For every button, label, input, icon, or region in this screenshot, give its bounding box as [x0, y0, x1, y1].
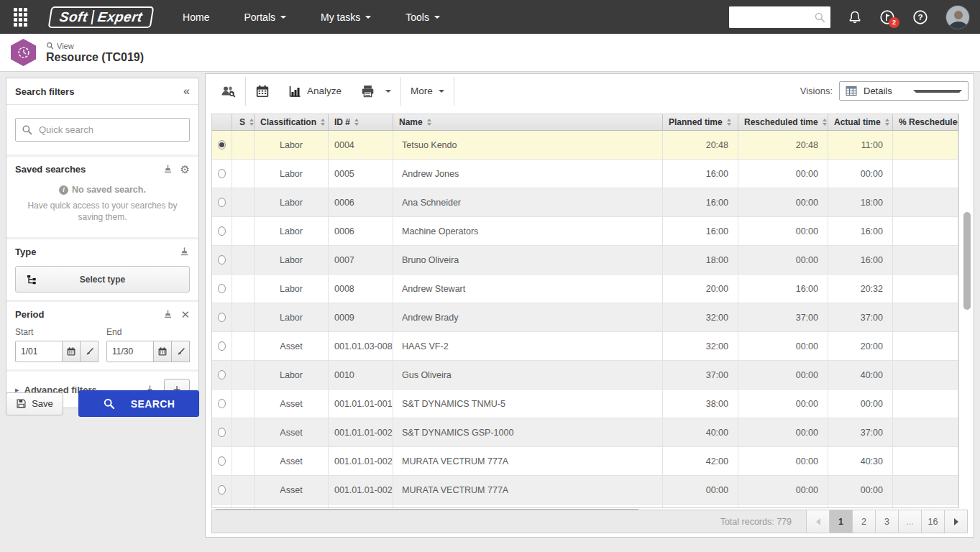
search-button[interactable]: SEARCH [78, 390, 199, 417]
cell-actual-time: 40:30 [828, 447, 893, 476]
cell-planned-time: 38:00 [663, 390, 738, 418]
table-body: Labor 0004 Tetsuo Kendo 20:48 20:48 11:0… [212, 131, 958, 508]
visions-dropdown[interactable]: Details [839, 81, 968, 101]
table-row[interactable]: Labor 0009 Andrew Brady 32:00 37:00 37:0… [212, 303, 958, 332]
page-button-16[interactable]: 16 [921, 510, 944, 533]
table-row[interactable]: Asset 001.01.01-001 S&T DYNAMICS TNMU-5 … [212, 390, 958, 418]
row-radio[interactable] [218, 140, 226, 150]
save-button[interactable]: Save [6, 392, 63, 415]
cell-s [232, 246, 255, 275]
cell-classification: Labor [255, 160, 329, 188]
more-button[interactable]: More [401, 77, 454, 106]
nav-home[interactable]: Home [183, 12, 209, 23]
table-row[interactable]: Labor 0006 Ana Schneider 16:00 00:00 18:… [212, 188, 958, 217]
select-type-button[interactable]: Select type [15, 266, 190, 293]
nav-tools[interactable]: Tools [406, 12, 440, 23]
row-radio[interactable] [218, 226, 226, 236]
row-radio[interactable] [218, 456, 226, 466]
cell-pct-rescheduled [893, 390, 958, 418]
gear-icon[interactable]: ⚙ [180, 164, 190, 175]
row-radio[interactable] [218, 313, 226, 322]
row-radio[interactable] [218, 485, 226, 494]
table-row[interactable]: Asset 001.01.01-0021 MURATA VECTRUM 777A… [212, 447, 958, 476]
user-resources-button[interactable] [211, 77, 245, 106]
print-button[interactable] [351, 77, 400, 106]
calendar-button[interactable] [154, 341, 172, 362]
calendar-view-button[interactable] [246, 77, 279, 106]
table-row[interactable]: Asset 001.01.01-0021 MURATA VECTRUM 777A… [212, 476, 958, 505]
column-header-pct-rescheduled[interactable]: % Rescheduled [893, 114, 958, 130]
cell-planned-time: 20:48 [663, 131, 738, 160]
cell-name: MURATA VECTRUM 777A [393, 447, 663, 476]
clear-filter-icon[interactable] [162, 164, 173, 175]
cell-pct-rescheduled [893, 332, 958, 361]
clear-filter-icon[interactable] [162, 309, 173, 320]
app-launcher-icon[interactable] [11, 8, 29, 27]
cell-planned-time: 37:00 [663, 361, 738, 390]
users-search-icon [220, 84, 236, 98]
table-row[interactable]: Labor 0004 Tetsuo Kendo 20:48 20:48 11:0… [212, 131, 958, 160]
quick-search-input[interactable] [15, 118, 190, 142]
table-row[interactable]: Labor 0010 Gus Oliveira 37:00 00:00 40:0… [212, 361, 958, 390]
row-radio[interactable] [218, 198, 226, 207]
clear-filter-icon[interactable] [179, 247, 190, 257]
column-header-rescheduled-time[interactable]: Rescheduled time [738, 114, 828, 130]
row-radio[interactable] [218, 169, 226, 178]
row-radio[interactable] [218, 341, 226, 351]
column-header-s[interactable]: S [232, 114, 255, 130]
cell-pct-rescheduled [893, 160, 958, 188]
clear-date-button[interactable] [81, 341, 99, 362]
cell-classification: Labor [255, 131, 329, 160]
help-button[interactable]: ? [912, 9, 928, 25]
column-header-planned-time[interactable]: Planned time [663, 114, 738, 130]
row-radio[interactable] [218, 399, 226, 408]
page-button-2[interactable]: 2 [852, 510, 875, 533]
pending-tasks-button[interactable]: 2 [879, 9, 895, 25]
row-radio-cell [212, 505, 232, 508]
nav-my-tasks[interactable]: My tasks [321, 12, 371, 23]
page-button-1[interactable]: 1 [829, 510, 852, 533]
collapse-panel-icon[interactable]: « [183, 86, 190, 97]
row-radio[interactable] [218, 428, 226, 437]
column-header-id[interactable]: ID # [329, 114, 393, 130]
table-row[interactable]: Asset 001.01.01-002 S&T DYNAMICS GSP-100… [212, 418, 958, 447]
analyze-button[interactable]: Analyze [279, 77, 351, 106]
nav-portals[interactable]: Portals [244, 12, 286, 23]
table-row[interactable]: Labor 0005 Andrew Jones 16:00 00:00 00:0… [212, 160, 958, 188]
row-radio[interactable] [218, 284, 226, 293]
cell-rescheduled-time: 00:00 [738, 217, 828, 246]
close-icon[interactable]: ✕ [180, 309, 190, 320]
row-radio[interactable] [218, 255, 226, 264]
period-filter-title: Period [15, 309, 44, 320]
period-end-field: End [106, 327, 190, 362]
page-button-3[interactable]: 3 [875, 510, 898, 533]
table-row[interactable]: Asset 001.01.03-008 HAAS VF-2 32:00 00:0… [212, 332, 958, 361]
notifications-bell-button[interactable] [848, 10, 862, 24]
start-date-input[interactable] [15, 341, 63, 362]
cell-pct-rescheduled [893, 418, 958, 447]
table-row[interactable]: Labor 0008 Andrew Stewart 20:00 16:00 20… [212, 275, 958, 303]
calendar-button[interactable] [63, 341, 81, 362]
cell-s [232, 418, 255, 447]
column-header-classification[interactable]: Classification [255, 114, 329, 130]
clear-date-button[interactable] [172, 341, 190, 362]
column-header-actual-time[interactable]: Actual time [828, 114, 893, 130]
table-row[interactable]: Labor 0007 Bruno Oliveira 18:00 00:00 16… [212, 246, 958, 275]
column-header-name[interactable]: Name [393, 114, 663, 130]
bell-icon [848, 10, 862, 24]
table-row[interactable]: Labor 0006 Machine Operators 16:00 00:00… [212, 217, 958, 246]
cell-pct-rescheduled [893, 303, 958, 332]
cell-planned-time: 42:00 [663, 447, 738, 476]
end-date-input[interactable] [106, 341, 154, 362]
cell-planned-time: 32:00 [663, 332, 738, 361]
row-radio[interactable] [218, 370, 226, 380]
table-grid-icon [846, 86, 857, 96]
cell-classification [255, 505, 329, 508]
user-avatar[interactable] [945, 5, 970, 29]
softexpert-logo[interactable]: Soft Expert [48, 6, 155, 28]
prev-page-button[interactable] [806, 510, 829, 533]
next-page-button[interactable] [944, 510, 967, 533]
vertical-scrollbar-thumb[interactable] [963, 212, 971, 310]
page-header: View Resource (TC019) [0, 34, 980, 72]
table-row[interactable] [212, 505, 958, 508]
